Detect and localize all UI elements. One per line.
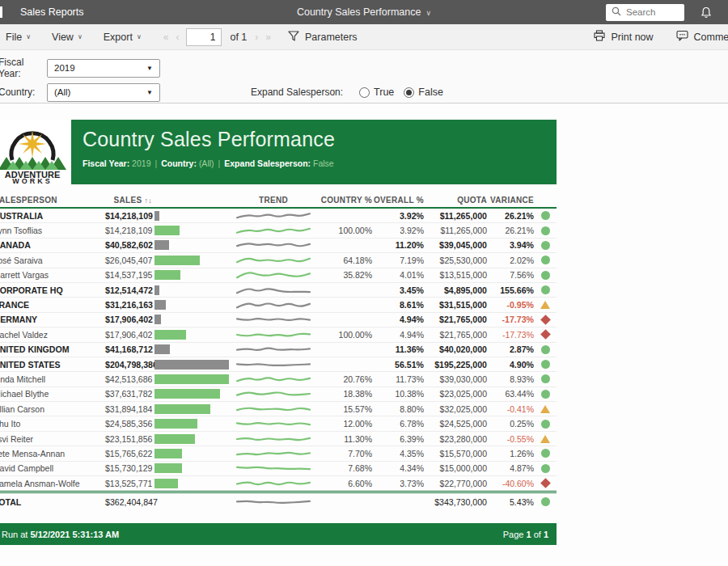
comments-button[interactable]: Comments bbox=[665, 30, 728, 44]
quota-value: $25,530,000 bbox=[424, 256, 487, 265]
variance-value: 1.26% bbox=[487, 449, 534, 458]
trend-sparkline bbox=[235, 417, 312, 430]
parameters-toggle-button[interactable]: Parameters bbox=[288, 31, 358, 44]
last-page-button[interactable]: » bbox=[265, 32, 270, 43]
trend-sparkline bbox=[235, 328, 312, 341]
salesperson-name: Lynn Tsoflias bbox=[0, 226, 105, 235]
table-row: Tete Mensa-Annan$15,765,6227.70%4.35%$15… bbox=[0, 446, 557, 461]
status-cell bbox=[534, 464, 557, 473]
table-row: Shu Ito$24,585,35612.00%6.78%$24,525,000… bbox=[0, 416, 557, 431]
sales-bar bbox=[152, 463, 235, 473]
status-ok-icon bbox=[541, 449, 550, 458]
radio-true[interactable]: True bbox=[359, 87, 394, 98]
variance-value: 2.02% bbox=[487, 256, 534, 265]
export-menu[interactable]: Export∨ bbox=[93, 32, 152, 43]
trend-sparkline bbox=[235, 224, 312, 237]
quota-value: $4,895,000 bbox=[424, 285, 487, 295]
radio-false[interactable]: False bbox=[404, 87, 443, 98]
chevron-down-icon: ∨ bbox=[78, 33, 83, 40]
overall-pct: 3.92% bbox=[372, 226, 424, 235]
chevron-down-icon: ∨ bbox=[26, 33, 31, 40]
status-ok-icon bbox=[541, 271, 550, 280]
print-now-button[interactable]: Print now bbox=[582, 30, 664, 44]
sales-value: $15,765,622 bbox=[105, 449, 152, 458]
overall-pct: 3.73% bbox=[372, 479, 424, 488]
status-ok-icon bbox=[541, 256, 550, 264]
trend-sparkline bbox=[235, 373, 312, 386]
trend-sparkline bbox=[235, 477, 312, 490]
sales-value: $15,730,129 bbox=[105, 463, 152, 473]
overall-pct: 7.19% bbox=[372, 256, 424, 265]
status-ok-icon bbox=[541, 241, 550, 250]
report-subtitle: Fiscal Year: 2019|Country: (All)|Expand … bbox=[83, 158, 557, 168]
sales-bar bbox=[152, 479, 235, 488]
country-pct: 11.30% bbox=[312, 434, 372, 444]
view-menu[interactable]: View∨ bbox=[41, 32, 93, 43]
sales-bar bbox=[152, 211, 235, 221]
sales-value: $14,218,109 bbox=[105, 211, 152, 221]
quota-value: $195,225,000 bbox=[424, 360, 487, 370]
next-page-button[interactable]: › bbox=[255, 32, 257, 43]
sales-value: $41,168,712 bbox=[105, 344, 152, 354]
fiscal-year-dropdown[interactable]: 2019 ▼ bbox=[47, 59, 160, 78]
overall-pct: 11.20% bbox=[372, 240, 424, 250]
quota-value: $24,525,000 bbox=[424, 419, 487, 429]
status-ok-icon bbox=[541, 390, 550, 399]
status-ok-icon bbox=[541, 464, 550, 473]
sales-bar bbox=[152, 374, 235, 384]
country-pct: 7.68% bbox=[312, 463, 372, 473]
prev-page-button[interactable]: ‹ bbox=[176, 32, 178, 43]
top-app-bar: Sales Reports Country Sales Performance∨… bbox=[0, 0, 728, 24]
status-cell bbox=[534, 226, 557, 235]
chevron-down-icon: ∨ bbox=[425, 9, 431, 17]
country-pct: 35.82% bbox=[312, 270, 372, 280]
overall-pct: 3.45% bbox=[372, 285, 424, 295]
sales-value: $31,894,184 bbox=[105, 404, 152, 414]
run-timestamp: Run at 5/12/2021 5:31:13 AM bbox=[2, 530, 119, 539]
status-cell bbox=[534, 405, 557, 413]
quota-value: $13,515,000 bbox=[424, 270, 487, 280]
col-trend: TREND bbox=[235, 196, 312, 205]
quota-value: $21,765,000 bbox=[424, 315, 487, 324]
sales-bar bbox=[152, 419, 235, 429]
salesperson-name: CANADA bbox=[0, 240, 105, 250]
sales-value: $37,631,782 bbox=[105, 389, 152, 399]
total-variance: 5.43% bbox=[487, 497, 534, 507]
first-page-button[interactable]: « bbox=[163, 32, 168, 43]
variance-value: -0.95% bbox=[487, 300, 534, 310]
page-number-input[interactable] bbox=[186, 28, 222, 46]
overall-pct: 4.01% bbox=[372, 270, 424, 280]
report-page-footer: Run at 5/12/2021 5:31:13 AM Page 1 of 1 bbox=[0, 523, 557, 545]
total-sales: $362,404,847 bbox=[105, 497, 152, 507]
country-pct: 6.60% bbox=[312, 479, 372, 488]
variance-value: 26.21% bbox=[487, 211, 534, 221]
trend-sparkline bbox=[235, 462, 312, 475]
sales-value: $40,582,602 bbox=[105, 240, 152, 250]
variance-value: 2.87% bbox=[487, 344, 534, 354]
sales-bar bbox=[152, 270, 235, 280]
file-menu[interactable]: File∨ bbox=[0, 32, 41, 43]
funnel-icon bbox=[288, 31, 299, 44]
trend-sparkline bbox=[235, 239, 312, 251]
table-row: Linda Mitchell$42,513,68620.76%11.73%$39… bbox=[0, 372, 557, 386]
country-dropdown[interactable]: (All) ▼ bbox=[47, 83, 160, 102]
salesperson-name: Pamela Ansman-Wolfe bbox=[0, 479, 105, 488]
col-overall-pct: OVERALL % bbox=[372, 196, 424, 205]
status-bad-icon bbox=[540, 329, 551, 340]
adventure-works-logo: ADVENTURE WORKS bbox=[0, 120, 71, 184]
table-row: Pamela Ansman-Wolfe$13,525,7716.60%3.73%… bbox=[0, 476, 557, 491]
sort-icon[interactable]: ↑↓ bbox=[144, 196, 152, 205]
salesperson-name: Jillian Carson bbox=[0, 404, 105, 414]
sales-value: $17,906,402 bbox=[105, 315, 152, 324]
table-total-row: TOTAL $362,404,847 $343,730,000 5.43% bbox=[0, 491, 557, 510]
country-pct: 12.00% bbox=[312, 419, 372, 429]
variance-value: -17.73% bbox=[487, 330, 534, 340]
quota-value: $21,765,000 bbox=[424, 330, 487, 340]
salesperson-name: Shu Ito bbox=[0, 419, 105, 429]
report-selector[interactable]: Country Sales Performance∨ bbox=[0, 6, 728, 18]
col-country-pct: COUNTRY % bbox=[312, 196, 372, 205]
report-toolbar: File∨ View∨ Export∨ « ‹ of 1 › » Paramet… bbox=[0, 24, 728, 50]
chevron-down-icon: ∨ bbox=[137, 33, 142, 40]
status-cell bbox=[534, 285, 557, 294]
quota-value: $11,265,000 bbox=[424, 226, 487, 235]
